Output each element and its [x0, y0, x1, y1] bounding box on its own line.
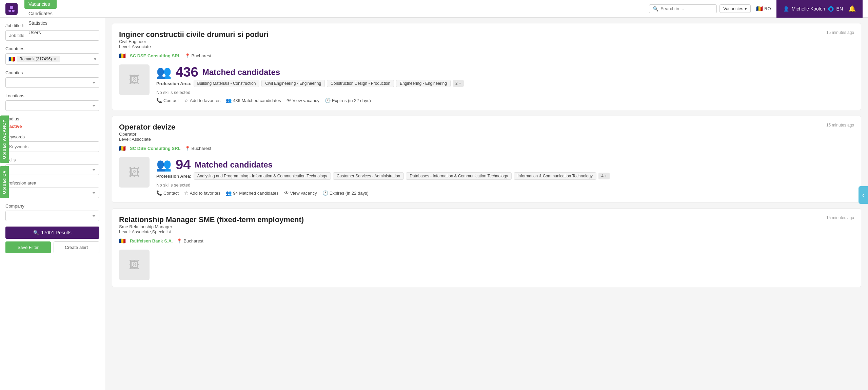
action-expires[interactable]: 🕐 Expires (in 22 days): [325, 98, 371, 103]
more-tags[interactable]: 2 +: [453, 80, 464, 87]
radius-field: Radius Inactive: [5, 116, 99, 129]
contact-icon: 📞: [156, 190, 162, 196]
counties-select[interactable]: [5, 77, 99, 88]
expires-label: Expires (in 22 days): [332, 98, 371, 103]
vacancy-title-area: Operator devize Operator Level: Associat…: [119, 123, 211, 156]
vacancy-time: 15 minutes ago: [826, 123, 854, 128]
counties-label: Counties: [5, 70, 99, 75]
vacancy-meta: 🇷🇴 Raiffeisen Bank S.A. 📍 Bucharest: [119, 238, 304, 244]
matched-info: 👥 94 Matched candidates: [156, 157, 854, 172]
action-contact[interactable]: 📞 Contact: [156, 190, 179, 196]
action-matched[interactable]: 👥 94 Matched candidates: [226, 190, 278, 196]
locations-label: Locations: [5, 93, 99, 98]
countries-tag-container[interactable]: 🇷🇴 Romania(217496) ✕ ▾: [5, 53, 99, 65]
action-matched[interactable]: 👥 436 Matched candidates: [226, 98, 281, 103]
counties-field: Counties: [5, 70, 99, 88]
no-skills: No skills selected: [156, 90, 854, 95]
navbar: DashboardMy StuffVacanciesCandidatesStat…: [0, 0, 868, 18]
results-button[interactable]: 🔍 17001 Results: [5, 227, 99, 239]
nav-link-vacancies[interactable]: Vacancies: [24, 0, 57, 9]
create-alert-button[interactable]: Create alert: [54, 241, 100, 253]
save-filter-button[interactable]: Save Filter: [5, 241, 51, 253]
vacancy-details: 👥 94 Matched candidates Profession Area:…: [156, 157, 854, 196]
search-type-label: Vacancies: [723, 6, 743, 11]
action-view[interactable]: 👁 View vacancy: [287, 98, 319, 103]
profession-area-select[interactable]: [5, 188, 99, 198]
right-panel-toggle[interactable]: ‹: [859, 186, 868, 204]
nav-link-candidates[interactable]: Candidates: [24, 9, 57, 18]
radius-label: Radius: [5, 116, 99, 121]
expires-icon: 🕐: [322, 190, 328, 196]
profession-tag: Civil Engineering - Engineering: [261, 80, 325, 87]
action-view[interactable]: 👁 View vacancy: [284, 190, 317, 196]
nav-link-statistics[interactable]: Statistics: [24, 18, 57, 28]
filter-sidebar: Job title ℹ Countries 🇷🇴 Romania(217496)…: [0, 18, 105, 390]
location-pin-icon: 📍: [185, 146, 190, 151]
filter-actions: Save Filter Create alert: [5, 241, 99, 253]
action-contact[interactable]: 📞 Contact: [156, 98, 179, 103]
user-icon: 👤: [783, 6, 789, 12]
company-field: Company: [5, 203, 99, 221]
country-tag-remove[interactable]: ✕: [53, 56, 57, 62]
vacancy-location: 📍 Bucharest: [185, 53, 212, 58]
matched-info: 👥 436 Matched candidates: [156, 64, 854, 80]
vacancy-company[interactable]: Raiffeisen Bank S.A.: [130, 238, 173, 243]
svg-point-0: [10, 6, 13, 9]
vacancy-details: 👥 436 Matched candidates Profession Area…: [156, 64, 854, 103]
vacancy-body: 🖼 👥 94 Matched candidates Profession Are…: [119, 157, 854, 196]
view-icon: 👁: [284, 190, 289, 196]
contact-label: Contact: [163, 191, 179, 196]
favorites-label: Add to favorites: [190, 191, 220, 196]
vacancy-title: Inginer constructii civile drumuri si po…: [119, 30, 269, 39]
action-expires[interactable]: 🕐 Expires (in 22 days): [322, 190, 369, 196]
language-selector[interactable]: 🇷🇴 RO: [753, 4, 774, 13]
countries-label: Countries: [5, 46, 99, 51]
profession-area: Profession Area: Analysing and Programmi…: [156, 172, 854, 180]
profession-tag: Building Materials - Construction: [194, 80, 260, 87]
logo: [5, 3, 18, 15]
vacancies-content: Inginer constructii civile drumuri si po…: [105, 18, 868, 390]
vacancy-actions: 📞 Contact ☆ Add to favorites 👥 94 Matche…: [156, 190, 854, 196]
nav-link-users[interactable]: Users: [24, 28, 57, 37]
matched-icon: 👥: [156, 158, 172, 172]
search-input[interactable]: [660, 6, 713, 11]
keywords-input[interactable]: [5, 141, 99, 152]
vacancy-subtitle: Civil Engineer: [119, 39, 269, 44]
no-skills: No skills selected: [156, 182, 854, 188]
vacancy-title: Relationship Manager SME (fixed-term emp…: [119, 215, 304, 224]
locations-select[interactable]: [5, 100, 99, 111]
contact-icon: 📞: [156, 98, 162, 103]
favorites-icon: ☆: [184, 98, 189, 103]
vacancy-level: Level: Associate: [119, 137, 211, 142]
vacancy-level: Level: Associate,Specialist: [119, 229, 304, 234]
skills-select[interactable]: [5, 164, 99, 175]
vacancy-location: 📍 Bucharest: [185, 146, 212, 151]
profession-tag: Databases - Information & Communication …: [406, 172, 512, 180]
company-select[interactable]: [5, 211, 99, 221]
vacancy-company[interactable]: SC DSE Consulting SRL: [130, 53, 181, 58]
search-type-dropdown[interactable]: Vacancies ▾: [719, 4, 751, 13]
user-menu[interactable]: 👤 Michelle Koolen 🌐 EN 🔔: [776, 0, 863, 18]
locations-field: Locations: [5, 93, 99, 111]
countries-dropdown-arrow[interactable]: ▾: [94, 56, 96, 62]
globe-icon: 🌐: [828, 6, 834, 12]
action-favorites[interactable]: ☆ Add to favorites: [184, 98, 220, 103]
search-bar[interactable]: 🔍: [649, 4, 717, 13]
profession-tag: Information & Communication Technology: [514, 172, 596, 180]
upload-cv-button[interactable]: Upload CV: [0, 166, 9, 198]
more-tags[interactable]: 4 +: [598, 173, 610, 179]
view-label: View vacancy: [290, 191, 317, 196]
upload-vacancy-button[interactable]: Upload VACANCY: [0, 115, 9, 163]
search-icon-btn: 🔍: [33, 230, 39, 235]
matched-label: Matched candidates: [195, 160, 273, 170]
vacancy-company[interactable]: SC DSE Consulting SRL: [130, 146, 181, 151]
chevron-down-icon: ▾: [745, 6, 747, 11]
vacancy-time: 15 minutes ago: [826, 215, 854, 220]
image-placeholder-icon: 🖼: [129, 259, 140, 271]
vacancy-body: 🖼: [119, 250, 854, 280]
notification-bell[interactable]: 🔔: [848, 5, 856, 13]
action-favorites[interactable]: ☆ Add to favorites: [184, 190, 220, 196]
countries-field: Countries 🇷🇴 Romania(217496) ✕ ▾: [5, 46, 99, 65]
profession-area-label: Profession Area:: [156, 174, 192, 179]
expires-label: Expires (in 22 days): [330, 191, 369, 196]
